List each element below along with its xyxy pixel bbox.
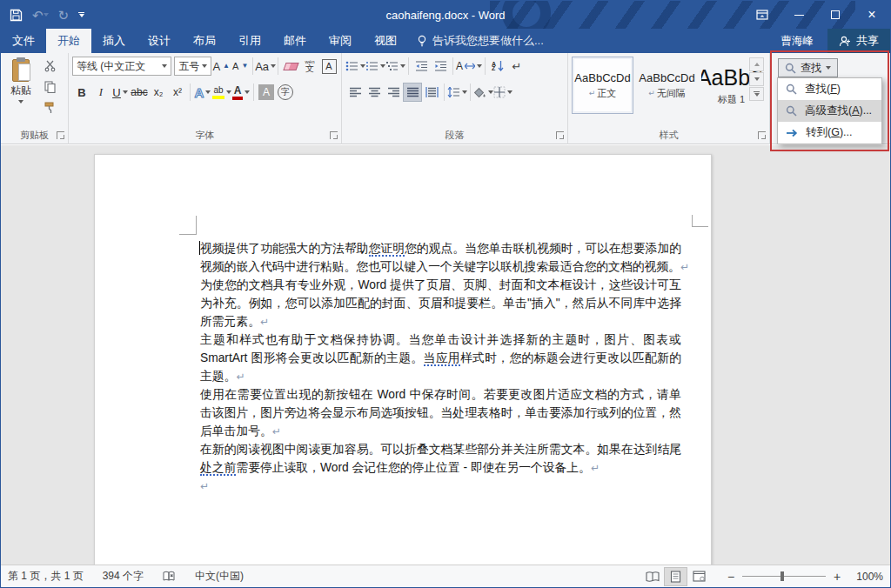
menu-item-find[interactable]: 查找(F) [778, 78, 881, 100]
zoom-slider[interactable] [742, 576, 826, 577]
style-no-spacing[interactable]: AaBbCcDd ↵无间隔 [636, 57, 698, 114]
distribute-button[interactable] [422, 83, 441, 102]
web-layout-button[interactable] [687, 567, 711, 586]
document-line[interactable]: 为补充。例如，您可以添加匹配的封面、页眉和提要栏。单击"插入"，然后从不同库中选… [200, 294, 681, 312]
italic-button[interactable]: I [91, 83, 111, 102]
menu-item-advanced-find[interactable]: 高级查找(A)... [778, 100, 881, 122]
format-painter-button[interactable] [41, 100, 58, 116]
maximize-button[interactable] [817, 1, 854, 29]
zoom-level[interactable]: 100% [845, 571, 883, 583]
decrease-indent-button[interactable] [412, 57, 431, 76]
tab-design[interactable]: 设计 [137, 29, 182, 53]
customize-qat-button[interactable] [78, 12, 84, 17]
text-effects-button[interactable]: A [193, 83, 212, 102]
document-line[interactable]: 为使您的文档具有专业外观，Word 提供了页眉、页脚、封面和文本框设计，这些设计… [200, 276, 681, 294]
document-line[interactable]: ↵ [200, 477, 681, 495]
styles-scroll-down-button[interactable] [749, 72, 764, 86]
bold-button[interactable]: B [72, 83, 91, 102]
document-line[interactable]: 主题。↵ [200, 367, 681, 385]
page-indicator[interactable]: 第 1 页，共 1 页 [8, 569, 84, 584]
zoom-out-button[interactable]: − [723, 569, 739, 585]
underline-button[interactable]: U [111, 83, 130, 102]
document-line[interactable]: 视频的嵌入代码中进行粘贴。您也可以键入一个关键字以联机搜索最适合您的文档的视频。… [200, 257, 681, 276]
minimize-button[interactable] [780, 1, 817, 29]
align-center-button[interactable] [365, 83, 384, 102]
undo-button[interactable]: ↶ [32, 9, 49, 22]
tab-mailings[interactable]: 邮件 [272, 29, 318, 53]
document-line[interactable]: SmartArt 图形将会更改以匹配新的主题。当应用样式时，您的标题会进行更改以… [200, 349, 681, 367]
styles-scroll-up-button[interactable] [749, 57, 764, 71]
document-line[interactable]: 处之前需要停止读取，Word 会记住您的停止位置 - 即使在另一个设备上。↵ [200, 458, 681, 477]
tab-references[interactable]: 引用 [227, 29, 272, 53]
styles-more-button[interactable] [749, 87, 764, 101]
line-spacing-button[interactable] [447, 83, 467, 102]
ribbon-display-options-button[interactable] [744, 1, 780, 29]
language-indicator[interactable]: 中文(中国) [195, 569, 244, 584]
style-normal[interactable]: AaBbCcDd ↵正文 [572, 57, 633, 114]
tab-view[interactable]: 视图 [363, 29, 408, 53]
paragraph-dialog-launcher-icon[interactable] [556, 131, 564, 139]
font-name-combobox[interactable]: 等线 (中文正文 [72, 57, 171, 76]
document-line[interactable]: 所需元素。↵ [200, 312, 681, 331]
print-layout-button[interactable] [664, 567, 687, 586]
close-button[interactable]: × [854, 1, 890, 29]
clipboard-dialog-launcher-icon[interactable] [57, 131, 64, 139]
read-mode-button[interactable] [640, 567, 664, 586]
document-line[interactable]: 击该图片，图片旁边将会显示布局选项按钮。当处理表格时，单击要添加行或列的位置，然 [200, 404, 681, 422]
bullets-button[interactable] [345, 57, 365, 76]
word-count[interactable]: 394 个字 [103, 569, 144, 584]
document-line[interactable]: 主题和样式也有助于文档保持协调。当您单击设计并选择新的主题时，图片、图表或 [200, 331, 681, 349]
shrink-font-button[interactable]: A▼ [231, 57, 250, 76]
document-line[interactable]: 视频提供了功能强大的方法帮助您证明您的观点。当您单击联机视频时，可以在想要添加的 [200, 239, 681, 257]
save-button[interactable] [10, 9, 23, 22]
cut-button[interactable] [41, 58, 58, 74]
font-color-button[interactable]: A [231, 83, 251, 102]
strikethrough-button[interactable]: abc [130, 83, 149, 102]
multilevel-list-button[interactable] [385, 57, 405, 76]
asian-layout-button[interactable]: A [456, 57, 482, 76]
menu-item-goto[interactable]: 转到(G)... [778, 122, 881, 144]
shading-button[interactable] [473, 83, 493, 102]
tab-home[interactable]: 开始 [46, 29, 91, 53]
borders-button[interactable] [493, 83, 512, 102]
clear-formatting-button[interactable] [281, 57, 300, 76]
tab-layout[interactable]: 布局 [182, 29, 227, 53]
font-dialog-launcher-icon[interactable] [330, 131, 338, 139]
document-page[interactable]: 视频提供了功能强大的方法帮助您证明您的观点。当您单击联机视频时，可以在想要添加的… [94, 154, 712, 566]
superscript-button[interactable]: x² [168, 83, 187, 102]
grow-font-button[interactable]: A▲ [211, 57, 231, 76]
change-case-button[interactable]: Aa [256, 57, 275, 76]
numbering-button[interactable] [365, 57, 385, 76]
paste-button[interactable]: 粘贴 [5, 57, 37, 120]
document-line[interactable]: 使用在需要位置出现的新按钮在 Word 中保存时间。若要更改图片适应文档的方式，… [200, 385, 681, 404]
user-name[interactable]: 曹海峰 [781, 34, 814, 49]
font-row-2: B I U abc x₂ x² A ab A A 字 [72, 83, 338, 102]
show-hide-marks-button[interactable]: ↵ [507, 57, 526, 76]
share-button[interactable]: 共享 [827, 29, 890, 53]
styles-dialog-launcher-icon[interactable] [758, 131, 766, 139]
increase-indent-button[interactable] [431, 57, 450, 76]
align-right-button[interactable] [384, 83, 403, 102]
tell-me-box[interactable]: 告诉我您想要做什么... [408, 29, 553, 53]
subscript-button[interactable]: x₂ [149, 83, 168, 102]
proofing-status-button[interactable] [163, 571, 176, 582]
sort-button[interactable]: AZ [488, 57, 507, 76]
character-shading-button[interactable]: A [257, 83, 276, 102]
document-line[interactable]: 在新的阅读视图中阅读更加容易。可以折叠文档某些部分并关注所需文本。如果在达到结尾 [200, 440, 681, 458]
redo-button[interactable]: ↻ [58, 9, 70, 22]
find-button[interactable]: 查找 [778, 58, 838, 77]
text-highlight-button[interactable]: ab [212, 83, 231, 102]
tab-insert[interactable]: 插入 [91, 29, 137, 53]
zoom-in-button[interactable]: + [829, 569, 845, 585]
tab-review[interactable]: 审阅 [318, 29, 363, 53]
character-border-button[interactable]: A [319, 57, 338, 76]
zoom-slider-thumb[interactable] [780, 571, 784, 581]
copy-button[interactable] [41, 79, 58, 95]
document-line[interactable]: 后单击加号。↵ [200, 422, 681, 440]
justify-button[interactable] [403, 83, 422, 102]
font-size-combobox[interactable]: 五号 [174, 57, 211, 76]
enclose-characters-button[interactable]: 字 [276, 83, 295, 102]
phonetic-guide-button[interactable]: wén文 [300, 57, 319, 76]
align-left-button[interactable] [345, 83, 365, 102]
tab-file[interactable]: 文件 [1, 29, 46, 53]
